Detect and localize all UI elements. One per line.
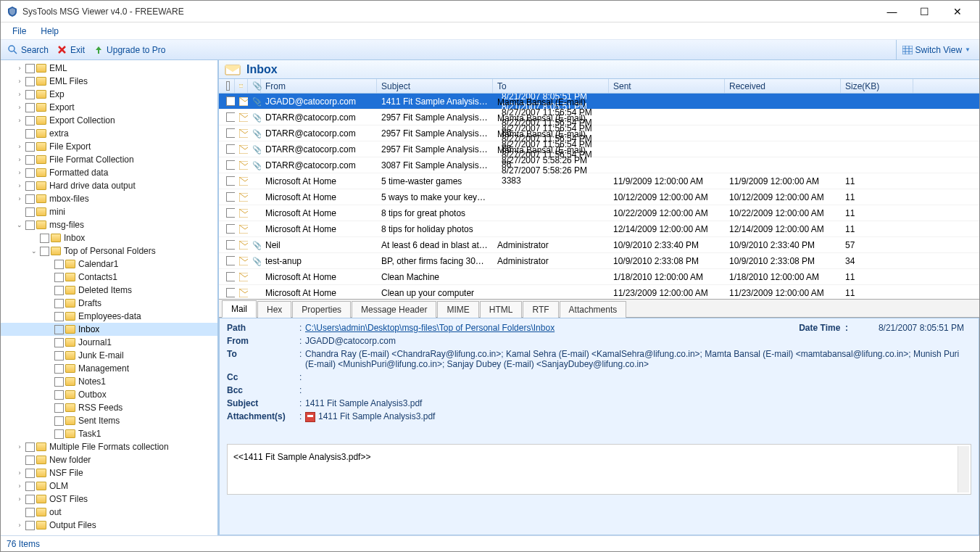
tree-node[interactable]: ⌄msg-files bbox=[1, 218, 217, 231]
row-checkbox[interactable] bbox=[226, 112, 235, 122]
message-list[interactable]: 📎JGADD@catocorp.com1411 Fit Sample Analy… bbox=[219, 94, 979, 299]
tree-node[interactable]: Journal1 bbox=[1, 336, 217, 349]
message-row[interactable]: 📎test-anupBP, other firms facing 300 la.… bbox=[219, 253, 979, 269]
row-checkbox[interactable] bbox=[226, 144, 235, 154]
tree-node[interactable]: New folder bbox=[1, 453, 217, 466]
tree-node[interactable]: Task1 bbox=[1, 427, 217, 440]
expander-icon[interactable]: › bbox=[15, 143, 24, 150]
expander-icon[interactable]: › bbox=[15, 156, 24, 163]
row-checkbox[interactable] bbox=[226, 240, 235, 250]
tree-checkbox[interactable] bbox=[40, 234, 49, 243]
expander-icon[interactable]: › bbox=[15, 91, 24, 98]
tab-rtf[interactable]: RTF bbox=[523, 301, 558, 318]
tree-checkbox[interactable] bbox=[25, 456, 35, 465]
tree-checkbox[interactable] bbox=[54, 260, 64, 269]
tree-checkbox[interactable] bbox=[54, 351, 64, 361]
expander-icon[interactable]: › bbox=[15, 522, 24, 529]
menu-help[interactable]: Help bbox=[33, 25, 66, 38]
tree-checkbox[interactable] bbox=[54, 325, 64, 334]
expander-icon[interactable]: › bbox=[15, 482, 24, 490]
tree-node[interactable]: extra bbox=[1, 127, 217, 140]
message-row[interactable]: Microsoft At HomeClean Machine1/18/2010 … bbox=[219, 269, 979, 285]
tree-checkbox[interactable] bbox=[54, 429, 64, 439]
tree-node[interactable]: ›NSF File bbox=[1, 466, 217, 479]
tree-node[interactable]: ⌄Top of Personal Folders bbox=[1, 244, 217, 258]
tab-mail[interactable]: Mail bbox=[222, 300, 257, 318]
tree-checkbox[interactable] bbox=[25, 469, 35, 478]
tree-checkbox[interactable] bbox=[54, 377, 64, 387]
search-button[interactable]: Search bbox=[4, 44, 53, 57]
tree-node[interactable]: ›EML Files bbox=[1, 75, 217, 88]
tree-node[interactable]: Sent Items bbox=[1, 414, 217, 427]
col-attachment-icon[interactable]: 📎 bbox=[248, 79, 261, 93]
tab-hex[interactable]: Hex bbox=[257, 301, 291, 318]
minimize-button[interactable]: — bbox=[876, 1, 908, 22]
tree-node[interactable]: ›EML bbox=[1, 62, 217, 75]
row-checkbox[interactable] bbox=[226, 288, 235, 297]
row-checkbox[interactable] bbox=[226, 272, 235, 281]
maximize-button[interactable]: ☐ bbox=[908, 1, 941, 22]
message-row[interactable]: 📎DTARR@catocorp.com3087 Fit Sample Analy… bbox=[219, 157, 979, 173]
tree-node[interactable]: ›File Format Collection bbox=[1, 153, 217, 166]
col-subject[interactable]: Subject bbox=[377, 79, 493, 93]
tree-node[interactable]: ›Hard drive data output bbox=[1, 179, 217, 192]
tab-message-header[interactable]: Message Header bbox=[352, 301, 436, 318]
tree-checkbox[interactable] bbox=[40, 247, 49, 256]
tree-checkbox[interactable] bbox=[54, 286, 64, 295]
expander-icon[interactable]: › bbox=[15, 169, 24, 176]
expander-icon[interactable]: ⌄ bbox=[30, 247, 38, 255]
tree-checkbox[interactable] bbox=[54, 416, 64, 426]
tree-checkbox[interactable] bbox=[25, 482, 35, 491]
tab-html[interactable]: HTML bbox=[480, 301, 523, 318]
col-sent[interactable]: Sent bbox=[609, 79, 725, 93]
expander-icon[interactable]: › bbox=[15, 182, 24, 189]
tree-node[interactable]: RSS Feeds bbox=[1, 401, 217, 414]
expander-icon[interactable]: › bbox=[15, 104, 24, 111]
tree-node[interactable]: out bbox=[1, 506, 217, 519]
col-checkbox[interactable] bbox=[222, 79, 235, 93]
tree-node[interactable]: ›Multiple File Formats collection bbox=[1, 440, 217, 453]
path-link[interactable]: C:\Users\admin\Desktop\msg-files\Top of … bbox=[305, 323, 555, 333]
tree-node[interactable]: ›OLM bbox=[1, 479, 217, 493]
col-envelope-icon[interactable] bbox=[235, 79, 248, 93]
tab-properties[interactable]: Properties bbox=[292, 301, 351, 318]
upgrade-button[interactable]: Upgrade to Pro bbox=[89, 44, 170, 57]
tree-node[interactable]: ›OST Files bbox=[1, 493, 217, 506]
message-row[interactable]: Microsoft At HomeClean up your computer1… bbox=[219, 285, 979, 299]
row-checkbox[interactable] bbox=[226, 192, 235, 202]
expander-icon[interactable]: ⌄ bbox=[15, 221, 24, 228]
tree-node[interactable]: ›Exp bbox=[1, 88, 217, 101]
expander-icon[interactable]: › bbox=[15, 443, 24, 450]
expander-icon[interactable]: › bbox=[15, 195, 24, 202]
tree-checkbox[interactable] bbox=[54, 273, 64, 282]
tree-checkbox[interactable] bbox=[25, 521, 35, 530]
tree-node[interactable]: ›Formatted data bbox=[1, 166, 217, 179]
row-checkbox[interactable] bbox=[226, 256, 235, 265]
tree-node[interactable]: ›File Export bbox=[1, 140, 217, 153]
message-row[interactable]: Microsoft At Home8 tips for great photos… bbox=[219, 205, 979, 221]
col-size[interactable]: Size(KB) bbox=[841, 79, 913, 93]
menu-file[interactable]: File bbox=[5, 25, 33, 38]
message-row[interactable]: Microsoft At Home5 ways to make your key… bbox=[219, 189, 979, 205]
tree-node[interactable]: Inbox bbox=[1, 231, 217, 244]
message-row[interactable]: 📎NeilAt least 6 dead in blast at C...Adm… bbox=[219, 237, 979, 253]
expander-icon[interactable]: › bbox=[15, 65, 24, 72]
col-received[interactable]: Received bbox=[725, 79, 841, 93]
switch-view-button[interactable]: Switch View ▼ bbox=[896, 40, 976, 59]
tree-node[interactable]: Inbox bbox=[1, 323, 217, 336]
tree-checkbox[interactable] bbox=[54, 338, 64, 347]
folder-tree[interactable]: ›EML›EML Files›Exp›Export›Export Collect… bbox=[1, 60, 218, 535]
tree-checkbox[interactable] bbox=[25, 495, 35, 504]
tree-node[interactable]: Contacts1 bbox=[1, 271, 217, 284]
tree-checkbox[interactable] bbox=[25, 103, 35, 112]
expander-icon[interactable]: › bbox=[15, 78, 24, 85]
tree-checkbox[interactable] bbox=[25, 221, 35, 230]
tree-node[interactable]: Drafts bbox=[1, 297, 217, 310]
tree-node[interactable]: Notes1 bbox=[1, 375, 217, 388]
message-row[interactable]: Microsoft At Home8 tips for holiday phot… bbox=[219, 221, 979, 237]
expander-icon[interactable]: › bbox=[15, 117, 24, 124]
tree-checkbox[interactable] bbox=[25, 168, 35, 178]
tree-checkbox[interactable] bbox=[25, 207, 35, 217]
tab-mime[interactable]: MIME bbox=[437, 301, 478, 318]
tree-checkbox[interactable] bbox=[54, 364, 64, 374]
